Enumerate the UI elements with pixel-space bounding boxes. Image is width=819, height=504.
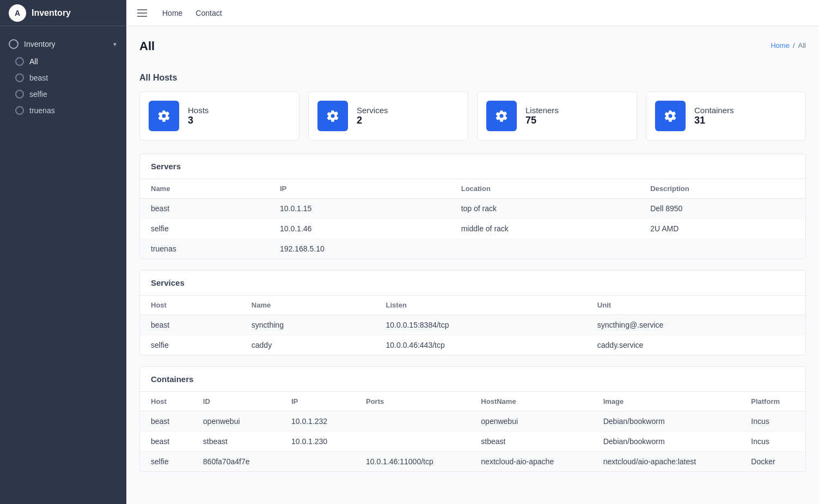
server-location (450, 239, 640, 259)
sidebar-item-selfie[interactable]: selfie (0, 86, 126, 102)
sidebar: A Inventory Inventory ▼ All beast (0, 0, 126, 504)
nav-home-link[interactable]: Home (162, 9, 182, 17)
container-host: beast (140, 432, 192, 452)
container-host: beast (140, 411, 192, 432)
services-icon (317, 101, 348, 131)
stat-card-services: Services 2 (308, 91, 468, 140)
all-hosts-title: All Hosts (139, 73, 806, 83)
stat-listeners-label: Listeners (525, 106, 559, 115)
sidebar-section-label: Inventory (24, 40, 56, 48)
containers-table: Host ID IP Ports HostName Image Platform… (140, 392, 805, 471)
sidebar-item-all[interactable]: All (0, 53, 126, 70)
service-host: selfie (140, 335, 241, 355)
container-ip: 10.0.1.232 (280, 411, 355, 432)
servers-section: Servers Name IP Location Description bea… (139, 153, 806, 259)
container-id: openwebui (192, 411, 280, 432)
stat-containers-label: Containers (694, 106, 734, 115)
service-name: caddy (241, 335, 375, 355)
app-logo-icon: A (9, 4, 26, 22)
containers-col-image: Image (592, 392, 741, 411)
sidebar-item-truenas[interactable]: truenas (0, 102, 126, 119)
nav-contact-link[interactable]: Contact (195, 9, 222, 17)
containers-col-hostname: HostName (470, 392, 592, 411)
table-row: beast 10.0.1.15 top of rack Dell 8950 (140, 199, 805, 219)
service-name: syncthing (241, 315, 375, 335)
stat-card-hosts: Hosts 3 (139, 91, 300, 140)
server-description (639, 239, 805, 259)
breadcrumb-current: All (798, 41, 806, 50)
container-ip: 10.0.1.230 (280, 432, 355, 452)
stat-services-value: 2 (357, 115, 388, 126)
table-row: beast stbeast 10.0.1.230 stbeast Debian/… (140, 432, 805, 452)
container-hostname: stbeast (470, 432, 592, 452)
container-host: selfie (140, 452, 192, 472)
server-ip: 192.168.5.10 (269, 239, 450, 259)
main-content: All Home / All All Hosts Hosts 3 (126, 26, 819, 504)
sidebar-item-dot (15, 57, 24, 66)
top-nav: Home Contact (126, 0, 819, 26)
service-host: beast (140, 315, 241, 335)
stat-card-listeners: Listeners 75 (477, 91, 637, 140)
services-table: Host Name Listen Unit beast syncthing 10… (140, 296, 805, 355)
hosts-icon (149, 101, 179, 131)
servers-col-description: Description (639, 179, 805, 199)
services-title: Services (140, 271, 805, 296)
server-description: Dell 8950 (639, 199, 805, 219)
containers-col-platform: Platform (740, 392, 805, 411)
inventory-icon (9, 39, 19, 49)
stat-services-label: Services (357, 106, 388, 115)
service-unit: caddy.service (586, 335, 805, 355)
containers-title: Containers (140, 367, 805, 392)
sidebar-logo: A Inventory (0, 0, 126, 26)
container-platform: Incus (740, 432, 805, 452)
stat-hosts-value: 3 (188, 115, 209, 126)
service-listen: 10.0.0.46:443/tcp (375, 335, 586, 355)
container-platform: Incus (740, 411, 805, 432)
container-image: Debian/bookworm (592, 411, 741, 432)
containers-icon (655, 101, 686, 131)
table-row: beast openwebui 10.0.1.232 openwebui Deb… (140, 411, 805, 432)
table-row: selfie 860fa70a4f7e 10.0.1.46:11000/tcp … (140, 452, 805, 472)
stats-grid: Hosts 3 Services 2 Listeners (139, 91, 806, 140)
services-col-host: Host (140, 296, 241, 315)
header-area: All Home / All (139, 39, 806, 64)
server-name: truenas (140, 239, 269, 259)
server-description: 2U AMD (639, 219, 805, 239)
container-ports: 10.0.1.46:11000/tcp (355, 452, 470, 472)
table-row: selfie 10.0.1.46 middle of rack 2U AMD (140, 219, 805, 239)
servers-col-name: Name (140, 179, 269, 199)
container-ports (355, 432, 470, 452)
container-ip (280, 452, 355, 472)
sidebar-section-inventory: Inventory ▼ All beast selfie (0, 30, 126, 123)
services-col-listen: Listen (375, 296, 586, 315)
server-name: selfie (140, 219, 269, 239)
table-row: selfie caddy 10.0.0.46:443/tcp caddy.ser… (140, 335, 805, 355)
services-section: Services Host Name Listen Unit beast syn… (139, 270, 806, 355)
service-listen: 10.0.0.15:8384/tcp (375, 315, 586, 335)
breadcrumb-home[interactable]: Home (771, 41, 790, 50)
container-image: Debian/bookworm (592, 432, 741, 452)
containers-col-id: ID (192, 392, 280, 411)
stat-card-containers: Containers 31 (646, 91, 806, 140)
containers-col-ports: Ports (355, 392, 470, 411)
page-title: All (139, 39, 155, 53)
services-col-name: Name (241, 296, 375, 315)
servers-table: Name IP Location Description beast 10.0.… (140, 179, 805, 259)
sidebar-item-beast[interactable]: beast (0, 70, 126, 86)
hamburger-menu[interactable] (135, 7, 149, 19)
servers-title: Servers (140, 154, 805, 179)
containers-col-host: Host (140, 392, 192, 411)
sidebar-item-dot (15, 90, 24, 99)
service-unit: syncthing@.service (586, 315, 805, 335)
container-id: stbeast (192, 432, 280, 452)
server-location: middle of rack (450, 219, 640, 239)
servers-col-location: Location (450, 179, 640, 199)
sidebar-item-dot (15, 106, 24, 115)
server-name: beast (140, 199, 269, 219)
sidebar-nav: Inventory ▼ All beast selfie (0, 26, 126, 127)
server-ip: 10.0.1.15 (269, 199, 450, 219)
container-ports (355, 411, 470, 432)
sidebar-section-header-inventory[interactable]: Inventory ▼ (0, 35, 126, 53)
listeners-icon (486, 101, 517, 131)
sidebar-item-dot (15, 73, 24, 82)
